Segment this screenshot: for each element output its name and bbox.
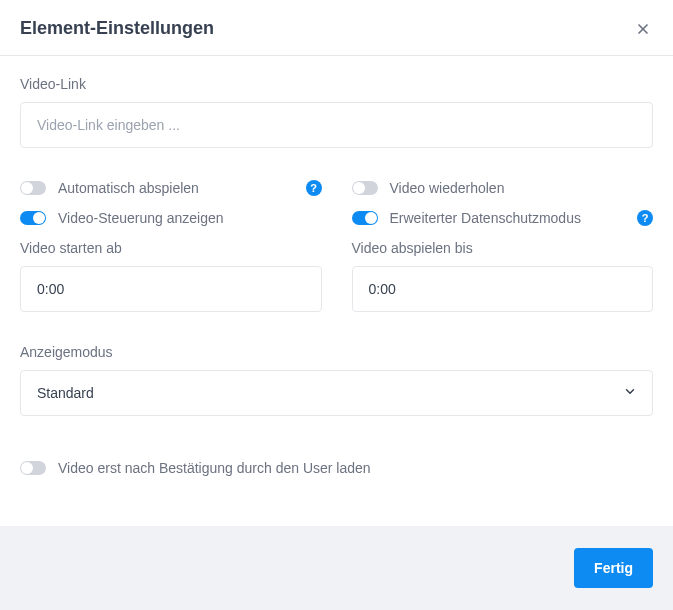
privacy-help-icon[interactable]: ? xyxy=(637,210,653,226)
video-link-input[interactable] xyxy=(20,102,653,148)
confirm-load-label: Video erst nach Bestätigung durch den Us… xyxy=(58,460,371,476)
close-icon xyxy=(635,21,651,37)
settings-columns: Automatisch abspielen ? Video-Steuerung … xyxy=(20,180,653,312)
autoplay-label: Automatisch abspielen xyxy=(58,180,199,196)
right-column: Video wiederholen Erweiterter Datenschut… xyxy=(352,180,654,312)
display-mode-select-wrapper: Standard xyxy=(20,370,653,416)
confirm-load-section: Video erst nach Bestätigung durch den Us… xyxy=(20,460,653,476)
controls-row: Video-Steuerung anzeigen xyxy=(20,210,322,226)
modal-footer: Fertig xyxy=(0,526,673,610)
modal-title: Element-Einstellungen xyxy=(20,18,214,39)
done-button[interactable]: Fertig xyxy=(574,548,653,588)
display-mode-select[interactable]: Standard xyxy=(20,370,653,416)
privacy-label: Erweiterter Datenschutzmodus xyxy=(390,210,581,226)
video-link-label: Video-Link xyxy=(20,76,653,92)
autoplay-help-icon[interactable]: ? xyxy=(306,180,322,196)
confirm-load-toggle[interactable] xyxy=(20,461,46,475)
display-mode-section: Anzeigemodus Standard xyxy=(20,344,653,416)
start-at-group: Video starten ab xyxy=(20,240,322,312)
left-column: Automatisch abspielen ? Video-Steuerung … xyxy=(20,180,322,312)
toggle-knob xyxy=(33,212,45,224)
toggle-knob xyxy=(353,182,365,194)
autoplay-toggle[interactable] xyxy=(20,181,46,195)
confirm-load-row: Video erst nach Bestätigung durch den Us… xyxy=(20,460,653,476)
modal-body: Video-Link Automatisch abspielen ? Video… xyxy=(0,56,673,510)
modal-header: Element-Einstellungen xyxy=(0,0,673,56)
play-until-label: Video abspielen bis xyxy=(352,240,654,256)
toggle-knob xyxy=(21,182,33,194)
controls-label: Video-Steuerung anzeigen xyxy=(58,210,224,226)
close-button[interactable] xyxy=(633,19,653,39)
play-until-input[interactable] xyxy=(352,266,654,312)
privacy-toggle[interactable] xyxy=(352,211,378,225)
loop-label: Video wiederholen xyxy=(390,180,505,196)
toggle-knob xyxy=(21,462,33,474)
display-mode-label: Anzeigemodus xyxy=(20,344,653,360)
loop-toggle[interactable] xyxy=(352,181,378,195)
start-at-label: Video starten ab xyxy=(20,240,322,256)
autoplay-row: Automatisch abspielen ? xyxy=(20,180,322,196)
controls-toggle[interactable] xyxy=(20,211,46,225)
toggle-knob xyxy=(365,212,377,224)
play-until-group: Video abspielen bis xyxy=(352,240,654,312)
privacy-row: Erweiterter Datenschutzmodus ? xyxy=(352,210,654,226)
start-at-input[interactable] xyxy=(20,266,322,312)
loop-row: Video wiederholen xyxy=(352,180,654,196)
